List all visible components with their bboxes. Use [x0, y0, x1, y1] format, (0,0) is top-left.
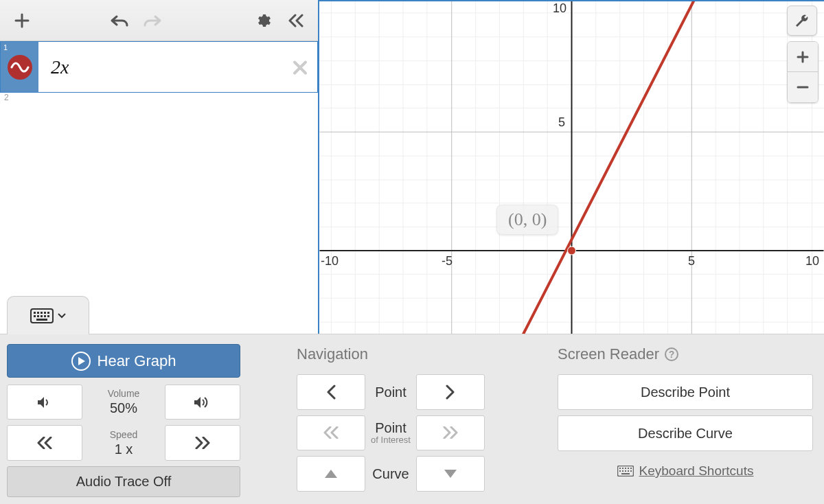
- describe-curve-button[interactable]: Describe Curve: [558, 415, 813, 451]
- next-poi-button[interactable]: [416, 415, 485, 451]
- hear-graph-label: Hear Graph: [98, 352, 176, 370]
- plus-icon: [797, 51, 809, 63]
- toolbar: [0, 0, 318, 41]
- expression-input[interactable]: 2x: [38, 56, 317, 78]
- nav-point-label: Point: [369, 385, 412, 400]
- volume-down-button[interactable]: [7, 385, 82, 420]
- svg-rect-7: [37, 315, 39, 317]
- keyboard-toggle-button[interactable]: [7, 296, 89, 334]
- navigation-controls: Navigation Point Point of Interest: [251, 344, 485, 497]
- svg-rect-3: [41, 312, 43, 314]
- chevron-double-right-icon: [194, 437, 211, 449]
- svg-rect-1: [34, 312, 36, 314]
- close-icon: [293, 60, 308, 75]
- describe-curve-label: Describe Curve: [638, 426, 733, 442]
- triangle-up-icon: [325, 470, 337, 478]
- svg-rect-6: [34, 315, 36, 317]
- next-point-button[interactable]: [416, 374, 485, 410]
- svg-rect-54: [630, 468, 632, 469]
- screen-reader-controls: Screen Reader ? Describe Point Describe …: [496, 344, 813, 497]
- graph-area[interactable]: -10 -5 5 10 10 5 (0, 0): [318, 0, 824, 334]
- svg-rect-58: [628, 470, 629, 472]
- svg-rect-53: [628, 468, 629, 469]
- audio-controls: Hear Graph Volume 50% Speed 1 x: [7, 344, 240, 497]
- chevron-right-icon: [446, 385, 455, 400]
- prev-point-button[interactable]: [297, 374, 365, 410]
- zoom-in-button[interactable]: [788, 42, 818, 72]
- volume-low-icon: [37, 396, 52, 409]
- next-curve-button[interactable]: [416, 456, 485, 492]
- coordinate-label: (0, 0): [496, 205, 558, 235]
- keyboard-shortcuts-label: Keyboard Shortcuts: [639, 463, 754, 479]
- delete-expression-button[interactable]: [290, 51, 310, 83]
- volume-display: Volume 50%: [87, 385, 161, 420]
- chevron-left-icon: [326, 385, 336, 400]
- chevron-double-left-icon: [36, 437, 53, 449]
- svg-rect-8: [41, 315, 43, 317]
- y-tick-label: 5: [558, 115, 565, 130]
- svg-point-48: [568, 247, 576, 255]
- expression-row-2[interactable]: 2: [0, 93, 318, 113]
- svg-rect-5: [47, 312, 49, 314]
- prev-poi-button[interactable]: [297, 415, 365, 451]
- wave-icon: [8, 55, 32, 80]
- x-tick-label: -10: [321, 254, 339, 268]
- add-expression-button[interactable]: [7, 5, 37, 36]
- svg-rect-57: [625, 470, 626, 472]
- audio-trace-off-button[interactable]: Audio Trace Off: [7, 466, 240, 497]
- audio-off-label: Audio Trace Off: [76, 474, 172, 490]
- keyboard-icon: [617, 466, 634, 477]
- hear-graph-button[interactable]: Hear Graph: [7, 344, 240, 378]
- expression-list: 1 2x 2: [0, 41, 318, 334]
- graph-settings-button[interactable]: [787, 5, 817, 36]
- zoom-out-button[interactable]: [788, 72, 818, 102]
- audio-trace-panel: Hear Graph Volume 50% Speed 1 x: [0, 334, 824, 504]
- svg-rect-50: [619, 468, 621, 469]
- expression-row-1[interactable]: 1 2x: [0, 41, 318, 93]
- svg-rect-4: [44, 312, 46, 314]
- expression-index: 1: [3, 43, 8, 51]
- svg-rect-56: [622, 470, 623, 472]
- undo-button[interactable]: [104, 5, 135, 36]
- speed-display: Speed 1 x: [87, 425, 161, 460]
- svg-rect-10: [47, 315, 49, 317]
- speed-down-button[interactable]: [7, 425, 82, 460]
- svg-rect-60: [621, 473, 630, 474]
- speed-label: Speed: [110, 429, 137, 440]
- x-tick-label: -5: [442, 254, 453, 268]
- keyboard-icon: [30, 308, 54, 323]
- chevron-double-left-icon: [323, 426, 339, 439]
- graph-controls: [787, 5, 819, 103]
- expression-index: 2: [4, 93, 9, 102]
- svg-rect-2: [37, 312, 39, 314]
- redo-button[interactable]: [137, 5, 168, 36]
- svg-rect-55: [619, 470, 621, 472]
- keyboard-shortcuts-link[interactable]: Keyboard Shortcuts: [558, 463, 813, 479]
- graph-canvas[interactable]: [318, 0, 824, 334]
- chevron-down-icon: [58, 313, 66, 319]
- prev-curve-button[interactable]: [297, 456, 365, 492]
- describe-point-button[interactable]: Describe Point: [558, 374, 813, 410]
- triangle-down-icon: [444, 470, 457, 478]
- chevron-double-left-icon: [288, 14, 304, 27]
- navigation-title: Navigation: [297, 344, 485, 365]
- speed-up-button[interactable]: [165, 425, 240, 460]
- play-icon: [71, 352, 91, 371]
- x-tick-label: 5: [688, 254, 695, 268]
- gear-icon: [255, 12, 271, 29]
- settings-button[interactable]: [248, 5, 278, 36]
- y-tick-label: 10: [553, 1, 566, 16]
- volume-value: 50%: [110, 400, 137, 416]
- volume-up-button[interactable]: [165, 385, 240, 420]
- volume-high-icon: [194, 396, 211, 409]
- screen-reader-title: Screen Reader: [558, 345, 659, 363]
- svg-rect-51: [622, 468, 623, 469]
- expression-color-tab[interactable]: 1: [1, 42, 38, 92]
- svg-rect-9: [44, 315, 46, 317]
- help-icon[interactable]: ?: [665, 347, 678, 361]
- chevron-double-right-icon: [442, 426, 459, 439]
- x-tick-label: 10: [805, 254, 819, 268]
- describe-point-label: Describe Point: [641, 385, 730, 400]
- expression-panel: 1 2x 2: [0, 0, 318, 334]
- collapse-panel-button[interactable]: [281, 5, 311, 36]
